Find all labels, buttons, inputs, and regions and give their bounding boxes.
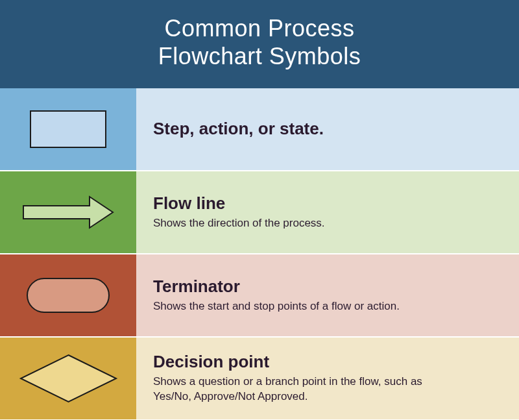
terminator-icon-cell bbox=[0, 254, 136, 336]
title-line-1: Common Process bbox=[164, 15, 354, 42]
flowline-label: Flow line bbox=[153, 194, 502, 214]
flowline-text: Flow line Shows the direction of the pro… bbox=[136, 171, 519, 253]
terminator-text: Terminator Shows the start and stop poin… bbox=[136, 254, 519, 336]
row-flowline: Flow line Shows the direction of the pro… bbox=[0, 171, 519, 254]
row-terminator: Terminator Shows the start and stop poin… bbox=[0, 254, 519, 338]
arrow-icon bbox=[19, 193, 117, 232]
terminator-desc: Shows the start and stop points of a flo… bbox=[153, 299, 452, 314]
step-text: Step, action, or state. bbox=[136, 88, 519, 170]
flowline-desc: Shows the direction of the process. bbox=[153, 216, 452, 231]
rectangle-icon bbox=[29, 110, 107, 149]
svg-rect-0 bbox=[30, 111, 106, 147]
svg-rect-1 bbox=[27, 278, 109, 312]
terminator-icon bbox=[25, 277, 111, 314]
step-icon-cell bbox=[0, 88, 136, 170]
flowline-icon-cell bbox=[0, 171, 136, 253]
terminator-label: Terminator bbox=[153, 277, 502, 297]
decision-desc: Shows a question or a branch point in th… bbox=[153, 375, 452, 404]
decision-icon-cell bbox=[0, 338, 136, 419]
title-line-2: Flowchart Symbols bbox=[158, 43, 361, 69]
step-label: Step, action, or state. bbox=[153, 119, 502, 139]
diamond-icon bbox=[18, 352, 119, 404]
decision-label: Decision point bbox=[153, 352, 502, 372]
decision-text: Decision point Shows a question or a bra… bbox=[136, 338, 519, 419]
row-step: Step, action, or state. bbox=[0, 88, 519, 171]
row-decision: Decision point Shows a question or a bra… bbox=[0, 338, 519, 420]
diagram-title: Common Process Flowchart Symbols bbox=[0, 0, 519, 88]
